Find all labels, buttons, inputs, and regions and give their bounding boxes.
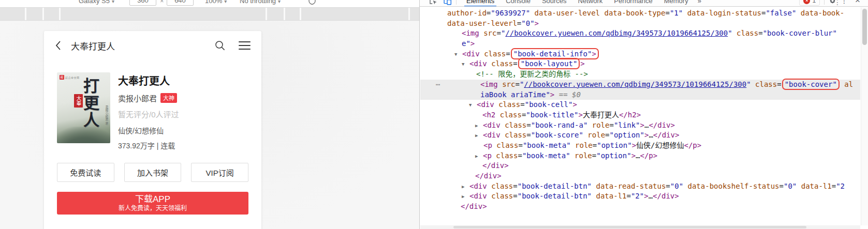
book-rating[interactable]: 暂无评分/0人评过: [118, 109, 179, 119]
code-line[interactable]: data-user-leverl="0">: [420, 19, 860, 29]
collapse-arrow-icon[interactable]: ▼: [469, 100, 477, 111]
expand-arrow-icon[interactable]: ▶: [475, 151, 483, 162]
book-cover-image[interactable]: 起 起点中文网 打更人 大奉 卖报小郎君 著: [57, 72, 110, 143]
code-token: "false": [766, 9, 796, 17]
code-token: data-bookshelf-status: [688, 182, 779, 190]
code-token: e": [462, 39, 470, 48]
tab-network[interactable]: Network: [572, 0, 609, 7]
tab-performance[interactable]: Performance: [608, 0, 658, 7]
book-author-row[interactable]: 卖报小郎君 大神: [118, 93, 179, 103]
code-line[interactable]: ▼<div class="book-cell">: [420, 100, 860, 110]
code-token: =: [518, 141, 522, 149]
book-meta-block: 大奉打更人 卖报小郎君 大神 暂无评分/0人评过 仙侠/幻想修仙 373.92万…: [118, 72, 179, 150]
code-token: <!-- 限免，更新之类的角标 -->: [476, 70, 588, 78]
code-token: [571, 141, 575, 149]
toolbar-divider: [824, 0, 825, 5]
code-line[interactable]: <p class="book-meta" role="option">仙侠/幻想…: [420, 141, 860, 151]
viewport-width-input[interactable]: 360: [129, 0, 156, 6]
horizontal-scrollbar[interactable]: [420, 225, 860, 229]
free-trial-button[interactable]: 免费试读: [57, 163, 114, 182]
add-to-bookshelf-button[interactable]: 加入书架: [124, 163, 182, 182]
code-line[interactable]: ▼<div class="book-layout">: [420, 59, 860, 69]
inspect-element-icon[interactable]: [429, 0, 437, 5]
code-line[interactable]: <h2 class="book-title">大奉打更人</h2>: [420, 110, 860, 120]
back-chevron-icon[interactable]: [55, 40, 61, 51]
code-line[interactable]: ▶<p class="book-meta" role="option">…</p…: [420, 151, 860, 161]
code-line[interactable]: iaBook ariaTime"> == $0: [420, 90, 860, 100]
media-query-divider: [408, 8, 410, 20]
media-query-divider: [266, 8, 267, 20]
menu-icon[interactable]: [239, 41, 251, 50]
vip-subscribe-button[interactable]: VIP订阅: [191, 163, 248, 182]
device-select[interactable]: Galaxy S5▾: [79, 0, 114, 5]
expand-arrow-icon[interactable]: ▶: [462, 192, 469, 202]
code-token: =: [666, 182, 670, 190]
devtools-close-icon[interactable]: ×: [852, 0, 863, 6]
expand-arrow-icon[interactable]: ▶: [475, 121, 483, 131]
tab-elements[interactable]: Elements: [461, 0, 500, 7]
node-actions-icon[interactable]: ⋯: [436, 80, 440, 90]
device-toolbar-toggle-icon[interactable]: [443, 0, 452, 5]
code-line[interactable]: ▶<div class="book-detail-btn" data-read-…: [420, 181, 860, 192]
shield-icon[interactable]: [308, 0, 316, 5]
code-token: =: [777, 80, 781, 88]
emulated-page-background: 大奉打更人 起 起点中文网 打更人 大奉 卖报: [0, 21, 419, 229]
code-line[interactable]: <img src="//bookcover.yuewen.com/qdbimg/…: [420, 28, 860, 39]
error-counter[interactable]: × 1: [799, 0, 820, 6]
code-line[interactable]: ⋯<img src="//bookcover.yuewen.com/qdbimg…: [420, 80, 860, 90]
zoom-select[interactable]: 100%▾: [205, 0, 227, 5]
code-line[interactable]: e">: [420, 39, 860, 49]
collapse-arrow-icon[interactable]: ▼: [454, 50, 462, 60]
horizontal-scrollbar-thumb[interactable]: [453, 226, 806, 228]
code-line[interactable]: </div>: [420, 161, 860, 171]
code-token: "0": [670, 182, 683, 190]
code-token: </div>: [461, 202, 487, 210]
viewport-height-input[interactable]: 640: [167, 0, 194, 6]
code-token: [732, 29, 737, 37]
code-token: [480, 50, 484, 58]
code-token: data-login-status: [687, 9, 761, 17]
toolbar-right-group: × 1 ⋮ ×: [799, 0, 863, 6]
code-token: "book-title": [526, 111, 578, 119]
code-token: >: [632, 141, 636, 149]
book-author[interactable]: 卖报小郎君: [118, 93, 157, 103]
code-token: [487, 59, 491, 68]
code-line[interactable]: ▶<div class="book-detail-btn" data-l1="2…: [420, 191, 860, 202]
code-token: [530, 9, 534, 17]
code-token: <div: [469, 192, 487, 200]
more-tabs-button[interactable]: »: [694, 0, 705, 5]
code-token: <img: [462, 29, 479, 37]
collapse-arrow-icon[interactable]: ▼: [462, 59, 469, 70]
search-icon[interactable]: [214, 40, 226, 51]
code-line[interactable]: author-id="9639927" data-user-level data…: [420, 8, 860, 19]
code-token: [501, 131, 505, 139]
code-token: "0": [521, 19, 534, 27]
publisher-logo-text: 起点中文网: [65, 75, 80, 79]
tab-sources[interactable]: Sources: [536, 0, 572, 7]
tab-console[interactable]: Console: [500, 0, 536, 7]
chevron-down-icon: ▾: [224, 0, 227, 4]
code-token: class: [737, 29, 758, 37]
throttling-select[interactable]: No throttling▾: [240, 0, 281, 5]
tab-memory[interactable]: Memory: [658, 0, 694, 7]
code-line[interactable]: ▶<div class="book-score" role="option">……: [420, 130, 860, 141]
expand-arrow-icon[interactable]: ▶: [462, 182, 469, 192]
book-genre[interactable]: 仙侠/幻想修仙: [118, 125, 179, 135]
code-token: [796, 9, 800, 17]
book-info-section: 起 起点中文网 打更人 大奉 卖报小郎君 著 大奉打更人 卖报小郎君 大神: [44, 60, 261, 150]
download-app-button[interactable]: 下载APP 新人免费读，天天领福利: [57, 192, 248, 215]
code-token: "option": [610, 131, 644, 139]
vertical-scrollbar-thumb[interactable]: [862, 9, 867, 45]
vertical-scrollbar[interactable]: [861, 7, 868, 225]
code-line[interactable]: </div>: [420, 171, 860, 181]
code-line[interactable]: ▼<div class="book-detail-info">: [420, 49, 860, 59]
code-line[interactable]: <!-- 限免，更新之类的角标 -->: [420, 69, 860, 80]
expand-arrow-icon[interactable]: ▶: [475, 131, 483, 141]
code-token: class: [491, 182, 513, 190]
code-token: "book-meta": [523, 141, 571, 149]
code-token: class: [491, 192, 513, 200]
code-line[interactable]: </div>: [420, 202, 860, 212]
code-line[interactable]: ▶<div class="book-rand-a" role="link">…<…: [420, 120, 860, 131]
media-query-bar[interactable]: [0, 8, 419, 21]
devtools-drag-handle-icon[interactable]: ⋮: [834, 0, 841, 6]
